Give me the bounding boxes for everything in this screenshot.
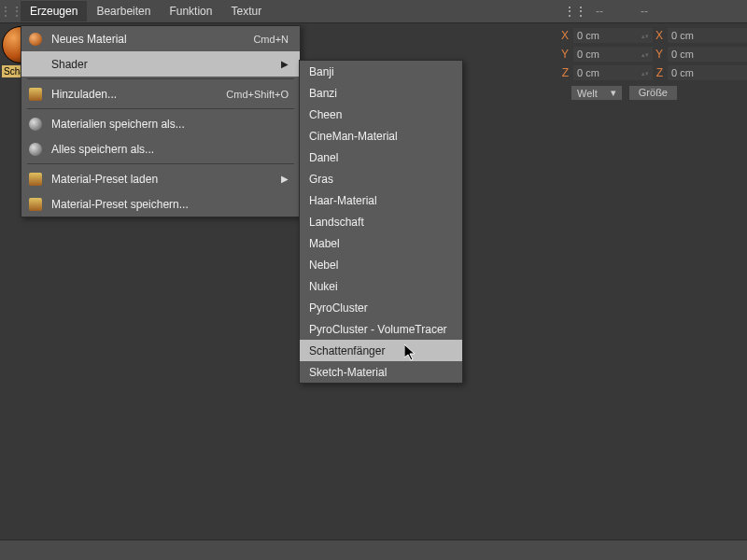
menu-item-label: Materialien speichern als...: [51, 118, 289, 131]
submenu-arrow-icon: ▶: [281, 174, 289, 184]
axis-z-label2: Z: [655, 66, 666, 79]
attribute-dash: --: [586, 5, 631, 18]
menu-separator: [27, 163, 294, 164]
axis-y-label2: Y: [655, 48, 666, 61]
shader-item-schattenfaenger[interactable]: Schattenfänger: [300, 340, 462, 361]
axis-z-label: Z: [560, 66, 571, 79]
shader-item-nukei[interactable]: Nukei: [300, 275, 462, 297]
shader-submenu: Banji Banzi Cheen CineMan-Material Danel…: [299, 60, 463, 384]
attribute-dash2: --: [631, 5, 676, 18]
field-value: 0 cm: [577, 28, 599, 43]
menu-item-label: Alles speichern als...: [51, 143, 289, 156]
attribute-grip-icon: ⋮⋮: [564, 5, 586, 18]
field-value: 0 cm: [671, 47, 694, 62]
erzeugen-dropdown: Neues Material Cmd+N Shader ▶ Hinzuladen…: [21, 25, 301, 217]
spinner-icon[interactable]: ▴▾: [641, 34, 649, 38]
menu-item-label: Shader: [51, 58, 274, 71]
field-z-size[interactable]: 0 cm: [668, 65, 747, 80]
field-y-size[interactable]: 0 cm: [668, 47, 747, 62]
coordinate-system-select[interactable]: Welt▾: [571, 86, 622, 100]
spinner-icon[interactable]: ▴▾: [641, 52, 649, 57]
spinner-icon[interactable]: ▴▾: [641, 71, 649, 76]
axis-x-label2: X: [655, 29, 666, 42]
field-value: 0 cm: [671, 65, 694, 80]
preset-save-icon: [27, 196, 44, 213]
menu-separator: [27, 78, 294, 79]
attribute-header: ⋮⋮ -- --: [560, 0, 747, 23]
load-icon: [27, 86, 44, 103]
blank-icon: [27, 56, 44, 73]
field-z-position[interactable]: 0 cm▴▾: [573, 65, 653, 80]
size-button[interactable]: Größe: [629, 86, 677, 100]
menu-item-label: Material-Preset laden: [51, 173, 274, 186]
shader-item-sketch[interactable]: Sketch-Material: [300, 361, 462, 383]
menu-item-alles-speichern[interactable]: Alles speichern als...: [21, 136, 300, 161]
shader-item-cheen[interactable]: Cheen: [300, 104, 462, 125]
menu-item-label: Neues Material: [51, 33, 246, 46]
chevron-down-icon: ▾: [611, 87, 616, 99]
menu-funktion[interactable]: Funktion: [160, 1, 221, 21]
axis-y-label: Y: [560, 48, 571, 61]
menu-separator: [27, 108, 294, 109]
menu-item-hinzuladen[interactable]: Hinzuladen... Cmd+Shift+O: [21, 81, 300, 106]
shader-item-landschaft[interactable]: Landschaft: [300, 211, 462, 232]
menu-item-label: Hinzuladen...: [51, 88, 218, 101]
menu-item-shader[interactable]: Shader ▶: [21, 51, 300, 77]
menu-item-label: Material-Preset speichern...: [51, 198, 289, 211]
new-material-icon: [27, 31, 44, 48]
shader-item-haar[interactable]: Haar-Material: [300, 189, 462, 211]
coordinates-panel: X 0 cm▴▾ X 0 cm Y 0 cm▴▾ Y 0 cm Z 0 cm▴▾…: [560, 26, 747, 100]
shader-item-mabel[interactable]: Mabel: [300, 232, 462, 254]
shader-item-gras[interactable]: Gras: [300, 168, 462, 189]
field-value: 0 cm: [577, 47, 599, 62]
field-value: 0 cm: [671, 28, 694, 43]
menu-bearbeiten[interactable]: Bearbeiten: [87, 1, 160, 21]
shader-item-pyrocluster-volumetracer[interactable]: PyroCluster - VolumeTracer: [300, 318, 462, 340]
shader-item-pyrocluster[interactable]: PyroCluster: [300, 297, 462, 318]
shader-item-banji[interactable]: Banji: [300, 61, 462, 82]
menu-erzeugen[interactable]: Erzeugen: [21, 1, 87, 21]
axis-x-label: X: [560, 29, 571, 42]
field-y-position[interactable]: 0 cm▴▾: [573, 47, 653, 62]
shader-item-danel[interactable]: Danel: [300, 147, 462, 168]
menu-textur[interactable]: Textur: [221, 1, 271, 21]
shader-item-banzi[interactable]: Banzi: [300, 82, 462, 104]
save-all-icon: [27, 141, 44, 158]
shader-item-cineman[interactable]: CineMan-Material: [300, 125, 462, 147]
preset-load-icon: [27, 171, 44, 188]
submenu-arrow-icon: ▶: [281, 59, 289, 69]
menu-item-preset-speichern[interactable]: Material-Preset speichern...: [21, 191, 300, 217]
menu-item-shortcut: Cmd+N: [253, 34, 289, 45]
menu-item-shortcut: Cmd+Shift+O: [226, 89, 289, 100]
shader-item-nebel[interactable]: Nebel: [300, 254, 462, 275]
menu-item-neues-material[interactable]: Neues Material Cmd+N: [21, 26, 300, 51]
field-x-position[interactable]: 0 cm▴▾: [573, 28, 653, 43]
status-bar: [0, 539, 747, 560]
menubar-grip-icon: ⋮⋮: [4, 4, 19, 19]
menu-item-preset-laden[interactable]: Material-Preset laden ▶: [21, 166, 300, 191]
field-x-size[interactable]: 0 cm: [668, 28, 747, 43]
menu-item-materialien-speichern[interactable]: Materialien speichern als...: [21, 111, 300, 136]
field-value: 0 cm: [577, 65, 599, 80]
save-icon: [27, 116, 44, 133]
select-value: Welt: [577, 88, 598, 99]
